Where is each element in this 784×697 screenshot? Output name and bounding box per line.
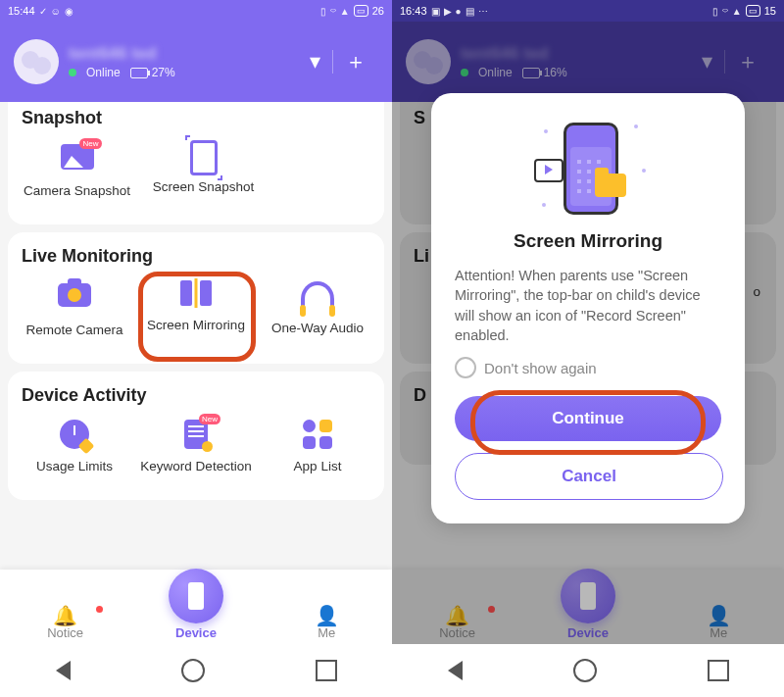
status-bar: 15:44✓☺◉ ▯⌔▲▭26: [0, 0, 392, 22]
svg-rect-1: [200, 280, 212, 306]
status-icon: ●: [456, 6, 462, 17]
online-status: Online: [86, 66, 121, 79]
status-time: 16:43: [400, 5, 427, 17]
avatar[interactable]: [14, 39, 59, 84]
signal-icon: ▲: [732, 6, 742, 17]
back-button[interactable]: [448, 661, 463, 680]
battery-icon: ▭: [746, 5, 760, 17]
recents-button[interactable]: [708, 660, 729, 681]
clock-icon: [60, 420, 89, 449]
status-icon: ▶: [444, 6, 452, 17]
bottom-tabs: 🔔Notice Device 👤Me: [0, 570, 392, 644]
live-monitoring-card: Live Monitoring Remote Camera Screen Mir…: [8, 232, 384, 364]
svg-rect-0: [180, 280, 192, 306]
android-nav: [392, 644, 784, 697]
back-button[interactable]: [56, 661, 71, 680]
item-one-way-audio[interactable]: One-Way Audio: [257, 278, 378, 352]
signal-icon: ▲: [340, 6, 350, 17]
apps-icon: [303, 420, 332, 449]
add-button[interactable]: ＋: [333, 47, 378, 76]
item-screen-mirroring[interactable]: Screen Mirroring: [135, 278, 257, 352]
checkbox-label: Don't show again: [484, 360, 597, 376]
tab-device[interactable]: Device: [131, 588, 261, 640]
snapshot-card: Snapshot New Camera Snapshot Screen Snap…: [8, 102, 384, 224]
user-name: tent646 ted: [69, 44, 175, 64]
screenshot-icon: [190, 140, 218, 175]
device-icon: [169, 569, 223, 623]
tab-notice[interactable]: 🔔Notice: [1, 606, 130, 640]
item-keyword-detection[interactable]: New Keyword Detection: [135, 418, 257, 488]
camera-icon: [58, 283, 91, 307]
headphones-icon: [301, 281, 334, 311]
item-camera-snapshot[interactable]: New Camera Snapshot: [14, 140, 140, 213]
device-dropdown[interactable]: ▾: [298, 49, 332, 75]
header: tent646 ted Online 27% ▾ ＋: [0, 22, 392, 102]
status-check-icon: ✓: [39, 6, 47, 17]
android-nav: [0, 644, 392, 697]
new-badge: New: [199, 414, 220, 424]
content: Snapshot New Camera Snapshot Screen Snap…: [0, 102, 392, 631]
phone-left: 15:44✓☺◉ ▯⌔▲▭26 tent646 ted Online 27% ▾…: [0, 0, 392, 697]
status-user-icon: ☺: [51, 6, 61, 17]
screen-mirroring-dialog: Screen Mirroring Attention! When parents…: [431, 93, 745, 523]
svg-rect-2: [195, 278, 198, 308]
vibrate-icon: ▯: [320, 6, 326, 17]
section-title-activity: Device Activity: [22, 385, 378, 406]
section-title-live: Live Monitoring: [22, 246, 378, 267]
mirror-icon: [177, 278, 215, 312]
modal-illustration: [524, 115, 652, 223]
status-icon: ▤: [466, 6, 474, 17]
home-button[interactable]: [181, 659, 205, 682]
bell-icon: 🔔: [1, 606, 130, 625]
modal-title: Screen Mirroring: [455, 230, 721, 252]
status-more-icon: ⋯: [478, 6, 488, 17]
wifi-icon: ⌔: [722, 6, 728, 17]
device-activity-card: Device Activity Usage Limits New Keyword…: [8, 372, 384, 500]
item-screen-snapshot[interactable]: Screen Snapshot: [140, 140, 267, 213]
battery-icon: ▭: [354, 5, 368, 17]
section-title-snapshot: Snapshot: [22, 108, 378, 128]
online-dot-icon: [69, 69, 76, 76]
battery-icon: [130, 68, 148, 78]
tab-me[interactable]: 👤Me: [262, 606, 391, 640]
new-badge: New: [79, 138, 101, 149]
status-compass-icon: ◉: [65, 6, 74, 17]
vibrate-icon: ▯: [712, 6, 718, 17]
device-battery: 27%: [152, 66, 175, 79]
checkbox-icon: [455, 357, 476, 378]
status-icon: ▣: [431, 6, 440, 17]
item-remote-camera[interactable]: Remote Camera: [14, 278, 135, 352]
item-usage-limits[interactable]: Usage Limits: [14, 418, 135, 488]
dont-show-again[interactable]: Don't show again: [455, 357, 721, 378]
item-app-list[interactable]: App List: [257, 418, 378, 488]
modal-body: Attention! When parents use "Screen Mirr…: [455, 266, 721, 345]
phone-right: 16:43▣▶●▤⋯ ▯⌔▲▭15 tent646 ted Online 16%…: [392, 0, 784, 697]
status-time: 15:44: [8, 5, 35, 17]
wifi-icon: ⌔: [330, 6, 336, 17]
cancel-button[interactable]: Cancel: [455, 453, 723, 500]
home-button[interactable]: [573, 659, 597, 682]
recents-button[interactable]: [316, 660, 337, 681]
status-bar: 16:43▣▶●▤⋯ ▯⌔▲▭15: [392, 0, 784, 22]
continue-button[interactable]: Continue: [455, 396, 721, 441]
status-battery: 15: [764, 5, 776, 17]
person-icon: 👤: [262, 606, 391, 625]
status-battery: 26: [372, 5, 384, 17]
